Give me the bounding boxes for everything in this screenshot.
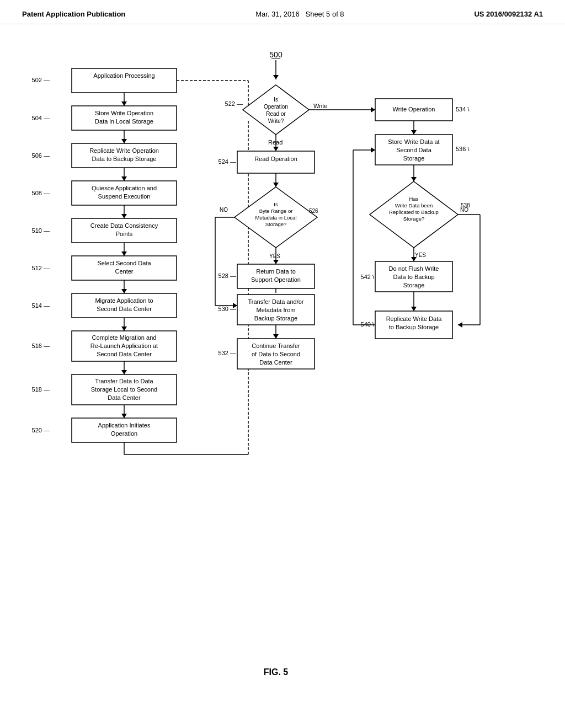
svg-marker-136 <box>411 257 417 261</box>
svg-marker-67 <box>243 85 309 135</box>
svg-marker-119 <box>411 130 417 135</box>
svg-text:Return Data to: Return Data to <box>256 268 296 275</box>
svg-text:Application Processing: Application Processing <box>93 72 154 79</box>
svg-marker-78 <box>273 147 279 151</box>
svg-text:526: 526 <box>309 208 318 214</box>
svg-text:Points: Points <box>116 231 133 237</box>
svg-text:Continue Transfer: Continue Transfer <box>252 342 300 349</box>
svg-text:Application Initiates: Application Initiates <box>98 422 151 429</box>
svg-marker-5 <box>121 101 127 106</box>
svg-text:510 —: 510 — <box>32 227 50 234</box>
svg-marker-76 <box>371 107 375 113</box>
svg-text:Do not Flush Write: Do not Flush Write <box>389 265 439 272</box>
svg-marker-108 <box>273 334 279 339</box>
svg-text:Storage: Storage <box>403 282 425 288</box>
svg-text:534 \: 534 \ <box>456 106 470 113</box>
svg-text:Replicated to Backup: Replicated to Backup <box>389 209 439 215</box>
svg-text:Data to Backup: Data to Backup <box>393 274 434 280</box>
svg-marker-23 <box>121 214 127 218</box>
svg-text:524 —: 524 — <box>218 158 236 165</box>
svg-text:Has: Has <box>409 196 419 202</box>
svg-text:FIG. 5: FIG. 5 <box>264 667 289 677</box>
svg-text:NO: NO <box>460 207 468 213</box>
svg-marker-35 <box>121 289 127 293</box>
svg-text:528 —: 528 — <box>218 272 236 279</box>
svg-marker-145 <box>458 322 462 328</box>
svg-text:Data to Backup Storage: Data to Backup Storage <box>92 156 157 162</box>
svg-text:Is: Is <box>274 97 278 103</box>
svg-marker-151 <box>411 307 417 311</box>
svg-text:Storage?: Storage? <box>403 216 425 222</box>
diagram-area: 500 Application Processing 502 — Store W… <box>0 24 565 697</box>
svg-text:Data Center: Data Center <box>108 394 141 401</box>
svg-text:Read: Read <box>268 139 282 146</box>
svg-text:530 —: 530 — <box>218 306 236 312</box>
svg-text:508 —: 508 — <box>32 190 50 196</box>
svg-marker-66 <box>273 75 279 79</box>
svg-text:Backup Storage: Backup Storage <box>254 315 297 322</box>
svg-text:506 —: 506 — <box>32 152 50 159</box>
svg-text:NO: NO <box>220 207 228 213</box>
svg-text:502 —: 502 — <box>32 77 50 83</box>
page-header: Patent Application Publication Mar. 31, … <box>0 0 565 24</box>
svg-text:540 \: 540 \ <box>361 321 375 328</box>
svg-text:Center: Center <box>115 268 133 275</box>
svg-text:516 —: 516 — <box>32 342 50 349</box>
svg-text:532 —: 532 — <box>218 350 236 356</box>
svg-text:Write Data been: Write Data been <box>395 202 433 208</box>
svg-text:of Data to Second: of Data to Second <box>252 351 300 357</box>
svg-text:Migrate Application to: Migrate Application to <box>95 297 153 304</box>
svg-text:Read or: Read or <box>266 111 286 117</box>
svg-text:518 —: 518 — <box>32 386 50 393</box>
svg-text:Operation: Operation <box>111 430 137 437</box>
svg-text:Suspend Execution: Suspend Execution <box>98 193 151 200</box>
svg-text:Storage: Storage <box>403 155 425 162</box>
svg-marker-29 <box>121 251 127 256</box>
svg-text:520 —: 520 — <box>32 427 50 433</box>
svg-text:Write?: Write? <box>268 118 284 124</box>
svg-text:Metadata in Local: Metadata in Local <box>255 215 297 221</box>
svg-text:Data Center: Data Center <box>259 359 292 366</box>
svg-text:Write: Write <box>313 103 327 109</box>
svg-text:536 \: 536 \ <box>456 146 470 152</box>
svg-text:Transfer Data to Data: Transfer Data to Data <box>95 378 153 384</box>
svg-text:Data in Local Storage: Data in Local Storage <box>95 118 153 125</box>
svg-text:Storage?: Storage? <box>265 221 287 227</box>
svg-text:Select Second Data: Select Second Data <box>97 260 151 266</box>
svg-text:Second Data Center: Second Data Center <box>97 306 152 312</box>
svg-text:Complete Migration and: Complete Migration and <box>92 334 157 341</box>
svg-text:512 —: 512 — <box>32 265 50 271</box>
svg-text:504 —: 504 — <box>32 115 50 121</box>
svg-text:Transfer Data and/or: Transfer Data and/or <box>248 298 303 305</box>
svg-text:Store Write Operation: Store Write Operation <box>95 110 153 116</box>
svg-marker-11 <box>121 139 127 143</box>
svg-text:Write Operation: Write Operation <box>393 106 435 113</box>
svg-text:522 —: 522 — <box>225 100 243 107</box>
svg-text:Support Operation: Support Operation <box>251 276 301 283</box>
svg-text:Store Write Data at: Store Write Data at <box>388 138 439 145</box>
svg-marker-48 <box>121 370 127 374</box>
svg-text:Is: Is <box>274 201 278 207</box>
svg-text:Create Data Consistency: Create Data Consistency <box>90 222 158 229</box>
svg-marker-41 <box>121 326 127 331</box>
svg-text:Operation: Operation <box>264 104 288 110</box>
svg-marker-93 <box>273 260 279 264</box>
svg-marker-17 <box>121 176 127 181</box>
svg-text:Read Operation: Read Operation <box>254 156 297 162</box>
svg-marker-155 <box>371 147 375 153</box>
svg-text:YES: YES <box>415 252 426 258</box>
svg-text:Metadata from: Metadata from <box>257 307 296 313</box>
header-left: Patent Application Publication <box>22 10 125 18</box>
svg-text:to Backup Storage: to Backup Storage <box>389 324 439 330</box>
header-right: US 2016/0092132 A1 <box>474 10 543 18</box>
svg-marker-83 <box>273 183 279 187</box>
svg-text:Quiesce Application and: Quiesce Application and <box>92 185 157 191</box>
svg-text:Second Data: Second Data <box>396 147 431 153</box>
header-center: Mar. 31, 2016 Sheet 5 of 8 <box>255 10 344 18</box>
svg-text:542 \: 542 \ <box>361 274 375 280</box>
svg-text:Replicate Write Operation: Replicate Write Operation <box>89 147 159 154</box>
svg-marker-126 <box>411 177 417 181</box>
svg-text:Byte Range or: Byte Range or <box>259 208 293 214</box>
svg-text:Re-Launch Application at: Re-Launch Application at <box>90 342 158 349</box>
svg-text:Storage Local to Second: Storage Local to Second <box>91 386 157 393</box>
